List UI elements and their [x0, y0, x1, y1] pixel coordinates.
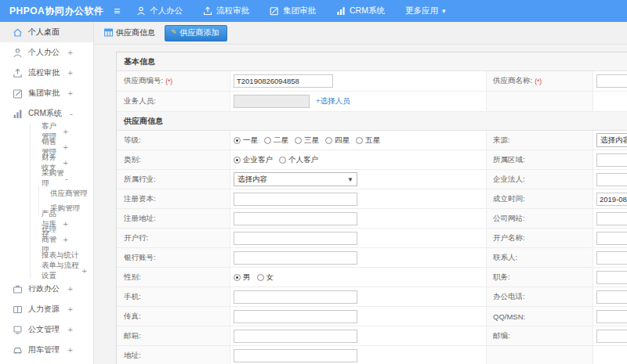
- fax-input[interactable]: [234, 310, 357, 323]
- radio-personal-customer[interactable]: 个人客户: [279, 155, 318, 165]
- email-input[interactable]: [234, 330, 357, 343]
- field-cell: [593, 229, 627, 247]
- expand-icon[interactable]: +: [68, 285, 73, 294]
- radio-one-star[interactable]: 一星: [234, 135, 258, 146]
- expand-icon[interactable]: +: [68, 89, 73, 98]
- form-row: 业务人员: +选择人员: [117, 92, 627, 112]
- field-label: 业务人员:: [117, 92, 230, 111]
- topnav-more-apps[interactable]: 更多应用 ▾: [405, 5, 446, 16]
- expand-icon[interactable]: +: [82, 267, 87, 276]
- process-icon: [203, 6, 212, 16]
- source-select[interactable]: 选择内容▼: [596, 133, 627, 147]
- office-phone-input[interactable]: [596, 290, 627, 304]
- sidebar-item-form-process-settings[interactable]: 表单与流程设置 +: [31, 263, 93, 279]
- section-header-basic-info: 基本信息: [117, 52, 627, 71]
- field-label: [487, 92, 593, 111]
- topnav-personal-office[interactable]: 个人办公: [136, 5, 183, 16]
- expand-icon[interactable]: +: [63, 143, 87, 152]
- process-icon: [13, 68, 23, 78]
- expand-icon[interactable]: +: [68, 346, 73, 355]
- field-label: 来源:: [487, 131, 593, 150]
- hamburger-icon[interactable]: ≡: [108, 5, 125, 17]
- title-input[interactable]: [596, 271, 627, 284]
- field-label: 所属区域:: [487, 150, 593, 169]
- sidebar-item-purchase-mgmt[interactable]: 采购管理 -: [31, 171, 93, 186]
- radio-four-star[interactable]: 四星: [325, 135, 350, 146]
- radio-two-star[interactable]: 二星: [264, 135, 288, 146]
- expand-icon[interactable]: +: [63, 236, 87, 244]
- sales-person-input[interactable]: [234, 95, 310, 108]
- sidebar-item-admin-office[interactable]: 行政办公 +: [0, 279, 93, 299]
- sidebar-item-vehicle-mgmt[interactable]: 用车管理 +: [0, 340, 93, 360]
- website-input[interactable]: [596, 212, 627, 225]
- topnav-process-approval[interactable]: 流程审批: [203, 5, 249, 16]
- expand-icon[interactable]: +: [68, 49, 73, 57]
- expand-icon[interactable]: +: [63, 128, 87, 136]
- radio-female[interactable]: 女: [257, 272, 274, 283]
- select-person-link[interactable]: +选择人员: [316, 96, 350, 106]
- field-cell: [230, 326, 487, 345]
- expand-icon[interactable]: +: [63, 159, 87, 168]
- field-label: 性别:: [117, 268, 230, 287]
- zip-input[interactable]: [596, 330, 627, 343]
- sidebar-item-document-mgmt[interactable]: 公文管理 +: [0, 319, 93, 340]
- registered-address-input[interactable]: [234, 212, 357, 225]
- expand-icon[interactable]: +: [68, 305, 73, 314]
- mobile-input[interactable]: [234, 290, 357, 304]
- address-input[interactable]: [234, 349, 357, 362]
- supplier-code-input[interactable]: [234, 74, 333, 88]
- expand-icon[interactable]: +: [68, 69, 73, 77]
- field-cell: [230, 209, 487, 228]
- industry-select[interactable]: 选择内容▼: [234, 172, 357, 186]
- qq-msn-input[interactable]: [596, 310, 627, 323]
- region-input[interactable]: [596, 153, 627, 167]
- section-header-supplier-info: 供应商信息: [117, 112, 627, 131]
- field-cell: +选择人员: [230, 92, 487, 111]
- field-cell: 选择内容▼: [230, 170, 487, 189]
- collapse-icon[interactable]: -: [70, 110, 73, 118]
- sidebar-item-archive-mgmt[interactable]: 档案管理 +: [0, 360, 93, 364]
- document-icon: [13, 325, 23, 335]
- radio-three-star[interactable]: 三星: [295, 135, 319, 146]
- sidebar-item-process-approval[interactable]: 流程审批 +: [0, 63, 93, 83]
- supplier-name-input[interactable]: [596, 74, 627, 88]
- tab-supplier-add[interactable]: ✎ 供应商添加: [165, 25, 227, 41]
- pencil-icon: ✎: [171, 29, 177, 36]
- field-label: 联系人:: [487, 248, 593, 267]
- sidebar-item-hr[interactable]: 人力资源 +: [0, 299, 93, 319]
- home-icon: [13, 27, 23, 38]
- expand-icon[interactable]: +: [63, 220, 87, 229]
- sidebar-item-agent-mgmt[interactable]: 代理商管理 +: [31, 232, 93, 247]
- account-name-input[interactable]: [596, 232, 627, 245]
- field-label: 类别:: [117, 150, 230, 169]
- form-row: 注册资本: 成立时间:: [117, 189, 627, 209]
- radio-enterprise-customer[interactable]: 企业客户: [234, 155, 273, 165]
- collapse-icon[interactable]: -: [65, 175, 87, 183]
- field-label: 等级:: [117, 131, 230, 150]
- field-cell: [593, 92, 627, 111]
- field-cell: 选择内容▼: [593, 131, 627, 150]
- field-label: 银行账号:: [117, 248, 230, 267]
- form-row: 地址:: [117, 346, 627, 364]
- field-label: 地址:: [117, 346, 230, 364]
- registered-capital-input[interactable]: [234, 193, 357, 206]
- form-row: 供应商编号: (*) 供应商名称: (*): [117, 71, 627, 92]
- field-label: 供应商名称: (*): [487, 71, 593, 91]
- topnav-crm[interactable]: CRM系统: [336, 5, 385, 16]
- edit-icon: [270, 6, 279, 16]
- bank-input[interactable]: [234, 232, 357, 245]
- radio-male[interactable]: 男: [234, 272, 251, 283]
- expand-icon[interactable]: +: [68, 326, 73, 334]
- sidebar-item-group-approval[interactable]: 集团审批 +: [0, 83, 93, 103]
- topnav-group-approval[interactable]: 集团审批: [270, 5, 316, 16]
- bank-account-input[interactable]: [234, 251, 357, 265]
- radio-five-star[interactable]: 五星: [356, 135, 380, 146]
- sidebar-item-personal-office[interactable]: 个人办公 +: [0, 42, 93, 63]
- established-date-input[interactable]: [596, 193, 627, 206]
- chevron-down-icon: ▼: [347, 176, 353, 183]
- contact-input[interactable]: [596, 251, 627, 265]
- tab-supplier-info[interactable]: 供应商信息: [104, 27, 155, 38]
- legal-person-input[interactable]: [596, 173, 627, 186]
- chart-icon: [336, 6, 346, 16]
- sidebar-item-personal-desktop[interactable]: 个人桌面: [0, 22, 93, 42]
